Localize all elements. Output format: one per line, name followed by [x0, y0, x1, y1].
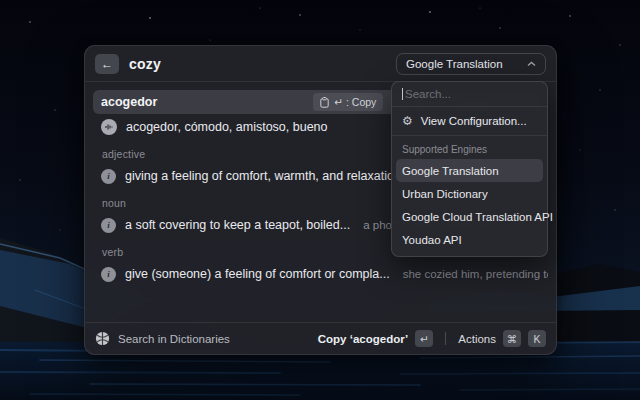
info-icon: i [101, 267, 116, 282]
engine-dropdown-trigger[interactable]: Google Translation [396, 53, 546, 75]
info-icon: i [101, 169, 116, 184]
engine-dropdown-panel: ⚙ View Configuration... Supported Engine… [391, 81, 548, 257]
view-configuration-label: View Configuration... [421, 115, 527, 127]
view-configuration-item[interactable]: ⚙ View Configuration... [392, 107, 547, 134]
engine-item-urban-dictionary[interactable]: Urban Dictionary [396, 182, 543, 205]
k-keycap: K [528, 330, 546, 347]
text-caret [402, 88, 403, 100]
search-header[interactable]: ← cozy Google Translation [85, 46, 556, 82]
selected-result-title: acogedor [101, 95, 305, 109]
actions-menu-button[interactable]: Actions ⌘ K [458, 330, 546, 347]
search-query[interactable]: cozy [129, 56, 386, 72]
dropdown-search-input[interactable] [404, 88, 537, 100]
primary-action-label: Copy ‘acogedor’ [318, 333, 409, 345]
translation-text: acogedor, cómodo, amistoso, bueno [126, 120, 328, 134]
gear-icon: ⚙ [402, 115, 413, 127]
command-info: Search in Dictionaries [95, 331, 310, 346]
app-window: ← cozy Google Translation acogedor ↵ : C… [84, 45, 557, 355]
action-bar: Search in Dictionaries Copy ‘acogedor’ ↵… [85, 322, 556, 354]
engine-item-youdao-api[interactable]: Youdao API [396, 228, 543, 251]
definition-text: giving a feeling of comfort, warmth, and… [125, 169, 404, 183]
supported-engines-label: Supported Engines [392, 136, 547, 159]
engine-trigger-label: Google Translation [406, 58, 503, 70]
engine-item-google-cloud-translation-api[interactable]: Google Cloud Translation API [396, 205, 543, 228]
footer-divider [445, 332, 446, 345]
actions-label: Actions [458, 333, 496, 345]
copy-hint-badge: ↵ : Copy [313, 93, 383, 111]
definition-row-verb[interactable]: i give (someone) a feeling of comfort or… [93, 261, 548, 287]
chevron-up-icon [527, 61, 536, 67]
dropdown-search-field[interactable] [392, 82, 547, 107]
dictionary-app-icon [95, 331, 110, 346]
return-keycap: ↵ [415, 330, 433, 347]
engine-item-google-translation[interactable]: Google Translation [396, 159, 543, 182]
back-button[interactable]: ← [95, 54, 119, 74]
example-text: she cozied him, pretending to find him i… [403, 268, 548, 280]
command-name: Search in Dictionaries [118, 333, 230, 345]
primary-action-button[interactable]: Copy ‘acogedor’ ↵ [318, 330, 434, 347]
command-keycap: ⌘ [503, 330, 521, 347]
back-arrow-icon: ← [101, 58, 113, 70]
waveform-icon [101, 119, 117, 135]
definition-text: give (someone) a feeling of comfort or c… [125, 267, 390, 281]
copy-hint-label: ↵ : Copy [334, 96, 376, 108]
clipboard-icon [320, 97, 329, 108]
definition-text: a soft covering to keep a teapot, boiled… [125, 218, 350, 232]
info-icon: i [101, 218, 116, 233]
